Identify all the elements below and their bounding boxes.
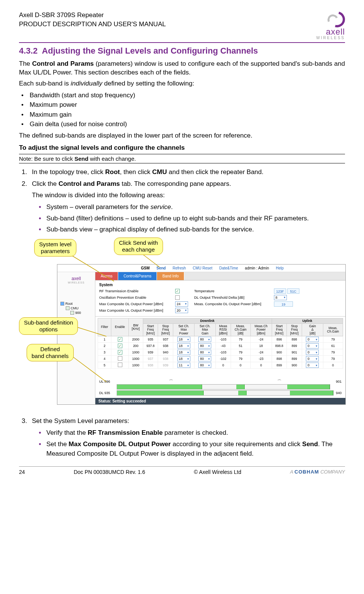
brace-icon: ⏞ <box>225 380 333 383</box>
logo-subtext: WIRELESS <box>316 36 345 40</box>
tree-cmu[interactable]: CMU <box>60 306 95 310</box>
cell-ul-stop: 898 <box>287 336 302 343</box>
step-2: Click the Control and Params tab. The co… <box>29 179 345 234</box>
topbar-refresh[interactable]: Refresh <box>173 266 186 270</box>
col-ul-meas: Meas.Ch.Gain <box>323 324 343 336</box>
col-dl-start: StartFreq[MHz] <box>143 324 158 336</box>
topbar-cmu-reset[interactable]: CMU Reset <box>193 266 212 270</box>
cell-set-pwr[interactable]: 18▾ <box>173 343 195 349</box>
note-prefix: Note: Be sure to click <box>19 155 74 162</box>
cell-gain-delta[interactable]: 0▾ <box>302 336 323 343</box>
select-max-dl[interactable]: 24▾ <box>175 301 188 307</box>
tree-band-label: 900 <box>75 311 81 315</box>
cell-set-gain[interactable]: 80▾ <box>195 362 216 369</box>
cell-bw: 1000 <box>128 356 143 362</box>
cell-dl-stop: 937 <box>158 336 173 343</box>
filters-table: Filter Enable BW[KHz] Downlink Uplink St… <box>98 318 343 369</box>
cell-dl-start[interactable]: 939 <box>143 349 158 356</box>
chevron-down-icon: ▾ <box>185 302 187 306</box>
tab-control-params[interactable]: Control&Params <box>118 272 157 280</box>
chevron-down-icon: ▾ <box>185 309 187 312</box>
section-number: 4.3.2 <box>19 46 38 55</box>
cell-ul-start: 898 <box>272 356 287 362</box>
cell-dl-start[interactable]: 937 <box>143 356 158 362</box>
cell-enable[interactable]: ✓ <box>111 336 129 343</box>
select-dl-delta[interactable]: 8▾ <box>274 295 287 300</box>
cell-ul-stop: 899 <box>287 356 302 362</box>
page-number: 24 <box>19 469 25 475</box>
cell-dl-start[interactable]: 938 <box>143 362 158 369</box>
section-heading: 4.3.2 Adjusting the Signal Levels and Co… <box>19 46 345 56</box>
table-row: 1✓200093593718▾80▾-10379-248968980▾79 <box>98 336 343 343</box>
step2-bullet-view: Sub-bands view – graphical display of de… <box>37 225 345 234</box>
cell-gain-delta[interactable]: 0▾ <box>302 362 323 369</box>
tab-band-info[interactable]: Band Info <box>157 272 184 280</box>
cell-set-gain[interactable]: 80▾ <box>195 349 216 356</box>
cell-gain-delta[interactable]: 0▾ <box>302 343 323 349</box>
col-downlink-group: Downlink <box>143 318 272 323</box>
cell-meas-rssi: 0 <box>215 362 231 369</box>
s3b1a: Verify that the <box>46 429 88 436</box>
cell-meas-gain: 0 <box>231 362 250 369</box>
value-meas-dl: 19 <box>274 301 293 307</box>
col-set-gain: Set Ch.MaxGain <box>195 324 216 336</box>
system-panel: System RF Transmission Enable ✓ Temperat… <box>95 280 345 317</box>
label-max-ul: Max Composite UL Output Power [dBm] <box>99 308 175 312</box>
cell-dl-stop: 940 <box>158 349 173 356</box>
cell-set-pwr[interactable]: 18▾ <box>173 356 195 362</box>
cell-ul-meas-gain: 61 <box>323 343 343 349</box>
cell-ul-start: 898.8 <box>272 343 287 349</box>
page-footer: 24 Doc PN 00038UMCD Rev. 1.6 © Axell Wir… <box>19 466 345 475</box>
col-bw: BW[KHz] <box>128 318 143 336</box>
cell-set-gain[interactable]: 80▾ <box>195 356 216 362</box>
step2-c: tab. The corresponding pane appears. <box>120 180 231 187</box>
tree-band[interactable]: 900 <box>60 310 95 315</box>
step1-a: In the topology tree, click <box>32 168 105 176</box>
select-max-ul[interactable]: 20▾ <box>175 308 188 313</box>
checkbox-osc-prevent[interactable]: ✓ <box>175 295 180 300</box>
tree-cmu-label: CMU <box>71 306 79 310</box>
col-uplink-group: Uplink <box>272 318 343 323</box>
cell-set-gain[interactable]: 80▾ <box>195 343 216 349</box>
logo-text: axell <box>316 28 345 36</box>
dl-end: 940 <box>336 391 342 395</box>
topbar-datetime[interactable]: Date&Time <box>219 266 238 270</box>
cell-set-pwr[interactable]: 11▾ <box>173 362 195 369</box>
dl-label: DL 935 <box>99 391 114 395</box>
tab-alarms[interactable]: Alarms <box>95 272 118 280</box>
cell-bw: 1000 <box>128 349 143 356</box>
cell-meas-pwr: -24 <box>250 349 272 356</box>
tree-root-icon <box>60 302 64 306</box>
cell-set-gain[interactable]: 80▾ <box>195 336 216 343</box>
tree-root[interactable]: Root <box>60 301 95 306</box>
steps-list-continued: Set the System Level parameters: Verify … <box>19 416 345 459</box>
cell-meas-pwr: -24 <box>250 336 272 343</box>
value-max-ul: 20 <box>177 309 180 312</box>
callout-subband: Sub-band definitionoptions <box>19 317 78 335</box>
cell-set-pwr[interactable]: 18▾ <box>173 349 195 356</box>
s3b2a: Set the <box>46 440 69 448</box>
col-dl-stop: StopFreq[MHz] <box>158 324 173 336</box>
topbar-gsm: GSM <box>141 266 150 270</box>
product-name: Axell D-SBR 3709S Repeater <box>19 11 166 19</box>
checkbox-rf-enable[interactable]: ✓ <box>175 289 180 293</box>
cell-enable[interactable] <box>111 362 129 369</box>
topbar-send[interactable]: Send <box>157 266 166 270</box>
cell-enable[interactable] <box>111 356 129 362</box>
callout-system: System levelparameters <box>34 239 76 257</box>
intro-paragraph: The Control and Params (parameters) wind… <box>19 60 345 77</box>
cell-enable[interactable]: ✓ <box>111 349 129 356</box>
step3-bullet-verify: Verify that the RF Transmission Enable p… <box>37 428 345 438</box>
cell-enable[interactable]: ✓ <box>111 343 129 349</box>
cell-dl-start[interactable]: 937.8 <box>143 343 158 349</box>
cell-set-pwr[interactable]: 18▾ <box>173 336 195 343</box>
step3-bullets: Verify that the RF Transmission Enable p… <box>37 428 345 459</box>
col-set-pwr: Set Ch.MaxPower <box>173 324 195 336</box>
step-3: Set the System Level parameters: Verify … <box>29 416 345 459</box>
cell-gain-delta[interactable]: 0▾ <box>302 356 323 362</box>
cobham-c: COMPANY <box>319 469 345 475</box>
cell-gain-delta[interactable]: 0▾ <box>302 349 323 356</box>
topbar-help[interactable]: Help <box>276 266 284 270</box>
cell-dl-start[interactable]: 935 <box>143 336 158 343</box>
table-row: 3✓100093994018▾80▾-10379-249009010▾79 <box>98 349 343 356</box>
